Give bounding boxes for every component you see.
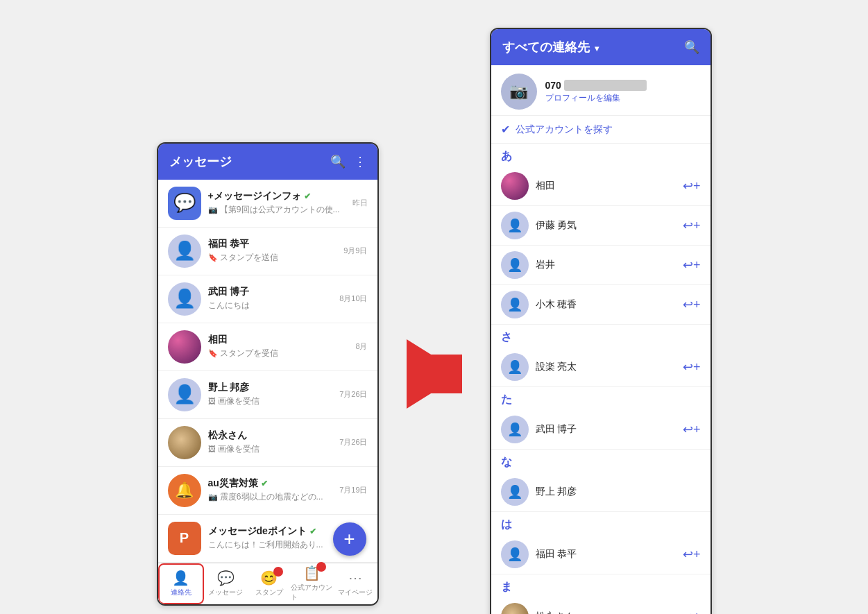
msg-info: 武田 博子 こんにちは [208,286,334,312]
add-chat-icon[interactable]: ↩+ [683,422,701,437]
avatar: 👤 [501,212,529,239]
contact-name: 野上 邦彦 [536,486,701,498]
msg-name: 松永さん [208,429,334,442]
list-item[interactable]: 相田 🔖 スタンプを受信 8月 [158,323,377,371]
section-ha: は 👤 福田 恭平 ↩+ [491,512,710,574]
list-item[interactable]: 👤 野上 邦彦 🖼 画像を受信 7月26日 [158,371,377,419]
contact-name: 松永さん [536,611,683,614]
add-chat-icon[interactable]: ↩+ [683,178,701,194]
section-label: な [491,450,710,472]
avatar: P [168,522,201,555]
direction-arrow [407,339,462,409]
list-item[interactable]: 👤 岩井 ↩+ [491,246,710,285]
verified-icon: ✔ [304,191,311,201]
list-item[interactable]: 👤 武田 博子 こんにちは 8月10日 [158,275,377,323]
msg-info: 松永さん 🖼 画像を受信 [208,429,334,455]
add-chat-icon[interactable]: ↩+ [683,257,701,273]
avatar: 👤 [501,291,529,318]
compose-fab[interactable]: + [333,522,366,556]
msg-time: 昨日 [352,198,368,208]
official-icon: 📋 [303,565,321,581]
list-item[interactable]: 🔔 au災害対策 ✔ 📷 震度6弱以上の地震などの... 7月19日 [158,467,377,515]
list-item[interactable]: 👤 野上 邦彦 [491,472,710,512]
blurred-number: ████████ [564,80,647,91]
section-label: は [491,512,710,535]
messages-body: 💬 +メッセージインフォ ✔ 📷 【第9回は公式アカウントの使... 昨日 [158,180,377,604]
avatar [168,330,201,364]
list-item[interactable]: 👤 伊藤 勇気 ↩+ [491,206,710,246]
nav-label: 公式アカウント [291,583,334,602]
add-chat-icon[interactable]: ↩+ [683,359,701,375]
msg-name: 野上 邦彦 [208,382,334,394]
contacts-list: 📷 070 ████████ プロフィールを編集 ✔ 公式アカウントを探す [491,65,710,614]
contacts-header: すべての連絡先 ▾ 🔍 [491,29,710,65]
verified-icon: ✔ [309,527,316,536]
nav-label: メッセージ [208,588,243,597]
msg-info: au災害対策 ✔ 📷 震度6弱以上の地震などの... [208,477,334,503]
list-item[interactable]: 💬 +メッセージインフォ ✔ 📷 【第9回は公式アカウントの使... 昨日 [158,180,377,228]
msg-time: 7月26日 [339,389,367,400]
nav-label: スタンプ [255,588,283,597]
add-chat-icon[interactable]: ↩+ [683,218,701,233]
profile-edit-link[interactable]: プロフィールを編集 [545,92,647,104]
search-icon[interactable]: 🔍 [684,40,699,54]
list-item[interactable]: 👤 福田 恭平 🔖 スタンプを送信 9月9日 [158,228,377,275]
nav-official[interactable]: 📋 公式アカウント [291,563,334,604]
messages-icon: 💬 [217,570,235,586]
contacts-body: 📷 070 ████████ プロフィールを編集 ✔ 公式アカウントを探す [491,65,710,614]
msg-time: 9月9日 [343,246,367,256]
section-label: た [491,387,710,410]
msg-name: au災害対策 ✔ [208,477,334,490]
contact-name: 岩井 [536,259,683,271]
msg-info: +メッセージインフォ ✔ 📷 【第9回は公式アカウントの使... [208,190,347,216]
add-chat-icon[interactable]: ↩+ [683,297,701,312]
msg-name: +メッセージインフォ ✔ [208,190,347,203]
list-item[interactable]: 相田 ↩+ [491,167,710,206]
list-item[interactable]: 松永さん ↩+ [491,597,710,614]
msg-preview: 📷 【第9回は公式アカウントの使... [208,204,347,216]
list-item[interactable]: 👤 小木 穂香 ↩+ [491,285,710,325]
msg-time: 8月10日 [339,293,367,304]
avatar: 👤 [501,251,529,279]
messages-title: メッセージ [169,153,330,170]
section-ma: ま 松永さん ↩+ 松本 珠緒 [491,574,710,614]
msg-time: 8月 [355,341,367,352]
msg-preview: 📷 震度6弱以上の地震などの... [208,491,334,503]
menu-icon[interactable]: ⋮ [354,154,366,169]
msg-info: 野上 邦彦 🖼 画像を受信 [208,382,334,407]
profile-phone: 070 ████████ [545,80,647,91]
nav-stamps[interactable]: 😊 スタンプ [247,563,290,604]
nav-label: マイページ [338,588,373,597]
msg-name: 武田 博子 [208,286,334,298]
camera-avatar: 📷 [501,74,537,110]
msg-info: メッセージdeポイント ✔ こんにちは！ご利用開始あり... [208,525,350,551]
msg-preview: 🔖 スタンプを受信 [208,348,350,359]
avatar: 🔔 [168,474,201,507]
list-item[interactable]: 👤 福田 恭平 ↩+ [491,535,710,574]
contacts-icon: 👤 [172,570,189,586]
list-item[interactable]: 松永さん 🖼 画像を受信 7月26日 [158,419,377,467]
msg-time: 7月26日 [339,437,367,447]
messages-header: メッセージ 🔍 ⋮ [158,144,377,180]
add-chat-icon[interactable]: ↩+ [683,609,701,614]
contact-name: 武田 博子 [536,423,683,436]
avatar: 👤 [501,353,529,381]
msg-time: 7月19日 [339,485,367,495]
avatar: 👤 [168,378,201,411]
nav-messages[interactable]: 💬 メッセージ [204,563,247,604]
official-area[interactable]: ✔ 公式アカウントを探す [491,116,710,144]
list-item[interactable]: 👤 武田 博子 ↩+ [491,410,710,450]
msg-preview: 🖼 画像を受信 [208,443,334,455]
search-icon[interactable]: 🔍 [330,154,346,169]
avatar: 👤 [501,416,529,443]
avatar: 👤 [501,478,529,506]
nav-mypage[interactable]: ⋯ マイページ [334,563,377,604]
add-chat-icon[interactable]: ↩+ [683,547,701,562]
msg-preview: こんにちは [208,300,334,312]
avatar [501,172,529,200]
nav-contacts[interactable]: 👤 連絡先 [158,563,204,604]
official-label: 公式アカウントを探す [516,123,613,136]
dropdown-icon[interactable]: ▾ [595,44,599,53]
list-item[interactable]: 👤 設楽 亮太 ↩+ [491,348,710,387]
msg-name: 福田 恭平 [208,238,339,250]
